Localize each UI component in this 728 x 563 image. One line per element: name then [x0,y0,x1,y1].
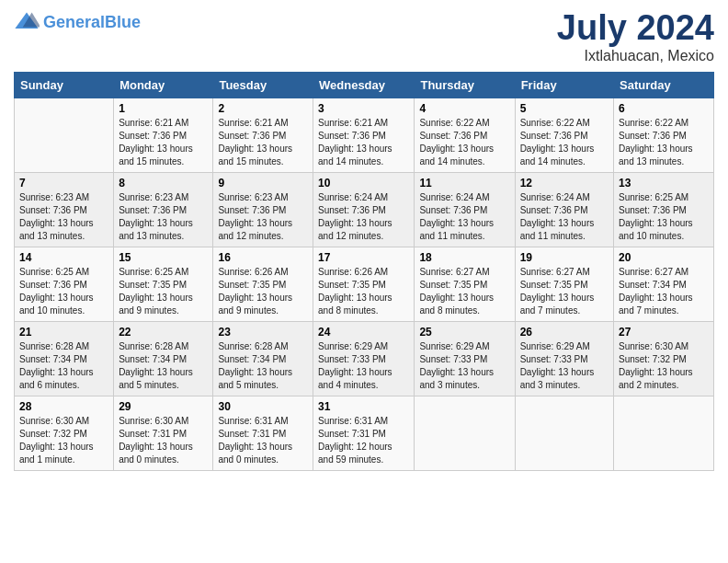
day-cell [15,98,114,172]
day-number: 12 [520,177,609,190]
logo-general: General [43,13,105,31]
day-info: Sunrise: 6:28 AM Sunset: 7:34 PM Dayligh… [218,340,308,392]
day-cell: 10Sunrise: 6:24 AM Sunset: 7:36 PM Dayli… [313,172,415,247]
day-number: 22 [119,326,208,339]
day-number: 13 [619,177,709,190]
day-number: 25 [419,326,509,339]
calendar-header-row: SundayMondayTuesdayWednesdayThursdayFrid… [15,72,714,98]
day-number: 7 [19,177,108,190]
calendar-table: SundayMondayTuesdayWednesdayThursdayFrid… [14,72,714,471]
subtitle: Ixtlahuacan, Mexico [557,48,714,64]
day-info: Sunrise: 6:28 AM Sunset: 7:34 PM Dayligh… [119,340,208,392]
header-day-saturday: Saturday [614,72,714,98]
day-number: 10 [318,177,409,190]
week-row-2: 7Sunrise: 6:23 AM Sunset: 7:36 PM Daylig… [15,172,714,247]
day-info: Sunrise: 6:27 AM Sunset: 7:35 PM Dayligh… [419,266,509,317]
day-info: Sunrise: 6:28 AM Sunset: 7:34 PM Dayligh… [19,340,108,392]
day-number: 15 [119,251,208,264]
day-info: Sunrise: 6:22 AM Sunset: 7:36 PM Dayligh… [419,117,509,168]
day-cell: 16Sunrise: 6:26 AM Sunset: 7:35 PM Dayli… [213,247,313,321]
day-cell: 9Sunrise: 6:23 AM Sunset: 7:36 PM Daylig… [213,172,313,247]
day-info: Sunrise: 6:30 AM Sunset: 7:32 PM Dayligh… [619,340,709,392]
day-info: Sunrise: 6:24 AM Sunset: 7:36 PM Dayligh… [318,191,409,243]
day-number: 5 [520,102,609,115]
week-row-4: 21Sunrise: 6:28 AM Sunset: 7:34 PM Dayli… [15,321,714,396]
day-cell: 19Sunrise: 6:27 AM Sunset: 7:35 PM Dayli… [515,247,613,321]
day-info: Sunrise: 6:23 AM Sunset: 7:36 PM Dayligh… [19,191,108,243]
day-number: 4 [419,102,509,115]
day-cell: 12Sunrise: 6:24 AM Sunset: 7:36 PM Dayli… [515,172,613,247]
day-cell: 1Sunrise: 6:21 AM Sunset: 7:36 PM Daylig… [114,98,213,172]
day-cell: 17Sunrise: 6:26 AM Sunset: 7:35 PM Dayli… [313,247,415,321]
day-number: 31 [318,400,409,413]
header-day-thursday: Thursday [415,72,515,98]
week-row-3: 14Sunrise: 6:25 AM Sunset: 7:36 PM Dayli… [15,247,714,321]
day-cell: 29Sunrise: 6:30 AM Sunset: 7:31 PM Dayli… [114,396,213,470]
day-cell: 15Sunrise: 6:25 AM Sunset: 7:35 PM Dayli… [114,247,213,321]
logo-blue: Blue [105,13,141,31]
day-cell: 7Sunrise: 6:23 AM Sunset: 7:36 PM Daylig… [15,172,114,247]
day-cell: 3Sunrise: 6:21 AM Sunset: 7:36 PM Daylig… [313,98,415,172]
logo-icon [14,9,40,35]
day-cell: 6Sunrise: 6:22 AM Sunset: 7:36 PM Daylig… [614,98,714,172]
day-cell: 4Sunrise: 6:22 AM Sunset: 7:36 PM Daylig… [415,98,515,172]
day-info: Sunrise: 6:25 AM Sunset: 7:36 PM Dayligh… [619,191,709,243]
day-info: Sunrise: 6:21 AM Sunset: 7:36 PM Dayligh… [218,117,308,168]
day-number: 9 [218,177,308,190]
day-cell: 31Sunrise: 6:31 AM Sunset: 7:31 PM Dayli… [313,396,415,470]
day-info: Sunrise: 6:25 AM Sunset: 7:35 PM Dayligh… [119,266,208,317]
day-number: 20 [619,251,709,264]
day-info: Sunrise: 6:31 AM Sunset: 7:31 PM Dayligh… [218,415,308,466]
day-info: Sunrise: 6:21 AM Sunset: 7:36 PM Dayligh… [318,117,409,168]
day-cell: 27Sunrise: 6:30 AM Sunset: 7:32 PM Dayli… [614,321,714,396]
day-number: 17 [318,251,409,264]
day-number: 24 [318,326,409,339]
day-cell: 28Sunrise: 6:30 AM Sunset: 7:32 PM Dayli… [15,396,114,470]
day-cell: 30Sunrise: 6:31 AM Sunset: 7:31 PM Dayli… [213,396,313,470]
week-row-5: 28Sunrise: 6:30 AM Sunset: 7:32 PM Dayli… [15,396,714,470]
day-number: 19 [520,251,609,264]
day-cell: 25Sunrise: 6:29 AM Sunset: 7:33 PM Dayli… [415,321,515,396]
day-cell: 26Sunrise: 6:29 AM Sunset: 7:33 PM Dayli… [515,321,613,396]
page-header: GeneralBlue July 2024 Ixtlahuacan, Mexic… [14,9,714,64]
day-info: Sunrise: 6:27 AM Sunset: 7:35 PM Dayligh… [520,266,609,317]
day-number: 16 [218,251,308,264]
day-cell: 13Sunrise: 6:25 AM Sunset: 7:36 PM Dayli… [614,172,714,247]
day-info: Sunrise: 6:29 AM Sunset: 7:33 PM Dayligh… [318,340,409,392]
day-number: 11 [419,177,509,190]
day-cell: 24Sunrise: 6:29 AM Sunset: 7:33 PM Dayli… [313,321,415,396]
day-info: Sunrise: 6:29 AM Sunset: 7:33 PM Dayligh… [520,340,609,392]
day-cell [515,396,613,470]
header-day-tuesday: Tuesday [213,72,313,98]
day-number: 21 [19,326,108,339]
day-info: Sunrise: 6:24 AM Sunset: 7:36 PM Dayligh… [419,191,509,243]
day-cell: 21Sunrise: 6:28 AM Sunset: 7:34 PM Dayli… [15,321,114,396]
day-cell: 23Sunrise: 6:28 AM Sunset: 7:34 PM Dayli… [213,321,313,396]
day-info: Sunrise: 6:30 AM Sunset: 7:31 PM Dayligh… [119,415,208,466]
day-info: Sunrise: 6:31 AM Sunset: 7:31 PM Dayligh… [318,415,409,466]
day-number: 3 [318,102,409,115]
day-cell: 11Sunrise: 6:24 AM Sunset: 7:36 PM Dayli… [415,172,515,247]
day-number: 8 [119,177,208,190]
title-area: July 2024 Ixtlahuacan, Mexico [557,9,714,64]
day-number: 18 [419,251,509,264]
day-number: 30 [218,400,308,413]
day-cell: 14Sunrise: 6:25 AM Sunset: 7:36 PM Dayli… [15,247,114,321]
day-cell [614,396,714,470]
day-cell [415,396,515,470]
day-number: 29 [119,400,208,413]
header-day-sunday: Sunday [15,72,114,98]
logo-text: GeneralBlue [43,13,141,32]
day-cell: 8Sunrise: 6:23 AM Sunset: 7:36 PM Daylig… [114,172,213,247]
day-info: Sunrise: 6:22 AM Sunset: 7:36 PM Dayligh… [619,117,709,168]
day-info: Sunrise: 6:26 AM Sunset: 7:35 PM Dayligh… [318,266,409,317]
day-number: 23 [218,326,308,339]
header-day-monday: Monday [114,72,213,98]
header-day-wednesday: Wednesday [313,72,415,98]
day-cell: 22Sunrise: 6:28 AM Sunset: 7:34 PM Dayli… [114,321,213,396]
day-cell: 18Sunrise: 6:27 AM Sunset: 7:35 PM Dayli… [415,247,515,321]
day-number: 27 [619,326,709,339]
day-number: 6 [619,102,709,115]
day-number: 28 [19,400,108,413]
day-number: 1 [119,102,208,115]
